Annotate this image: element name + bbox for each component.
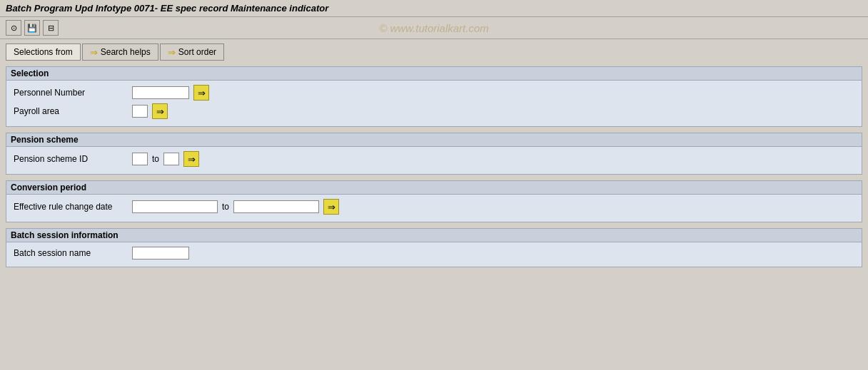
- tab-sort-order-label: Sort order: [178, 47, 216, 57]
- effective-date-label: Effective rule change date: [14, 202, 128, 212]
- payroll-area-input[interactable]: [132, 105, 148, 118]
- title-bar: Batch Program Upd Infotype 0071- EE spec…: [0, 0, 868, 17]
- section-pension-body: Pension scheme ID to ⇒: [6, 147, 862, 174]
- conversion-to-label: to: [222, 202, 229, 212]
- section-selection: Selection Personnel Number ⇒ Payroll are…: [6, 66, 862, 127]
- section-batch: Batch session information Batch session …: [6, 228, 862, 267]
- main-content: Selection Personnel Number ⇒ Payroll are…: [0, 61, 868, 279]
- field-row-pension-id: Pension scheme ID to ⇒: [14, 151, 854, 167]
- personnel-number-input[interactable]: [132, 86, 189, 99]
- batch-name-label: Batch session name: [14, 248, 128, 258]
- field-row-effective-date: Effective rule change date to ⇒: [14, 199, 854, 215]
- personnel-number-label: Personnel Number: [14, 88, 128, 98]
- tab-search-helps-label: Search helps: [101, 47, 151, 57]
- tab-search-helps[interactable]: ⇒ Search helps: [82, 43, 158, 61]
- conversion-match-btn[interactable]: ⇒: [323, 199, 339, 215]
- section-batch-header: Batch session information: [6, 229, 862, 242]
- batch-name-input[interactable]: [132, 247, 189, 259]
- toolbar-btn-1[interactable]: ⊙: [6, 20, 21, 36]
- payroll-area-match-btn[interactable]: ⇒: [152, 103, 168, 119]
- section-batch-body: Batch session name: [6, 242, 862, 267]
- tab-bar: Selections from ⇒ Search helps ⇒ Sort or…: [0, 39, 868, 61]
- watermark: © www.tutorialkart.com: [379, 22, 489, 34]
- tab-selections-from[interactable]: Selections from: [6, 43, 81, 61]
- section-pension: Pension scheme Pension scheme ID to ⇒: [6, 133, 862, 175]
- search-helps-arrow-icon: ⇒: [90, 47, 98, 58]
- pension-id-to-input[interactable]: [163, 153, 179, 165]
- toolbar-btn-2[interactable]: 💾: [24, 20, 40, 36]
- section-selection-header: Selection: [6, 67, 862, 81]
- field-row-personnel: Personnel Number ⇒: [14, 85, 854, 101]
- personnel-number-match-btn[interactable]: ⇒: [193, 85, 209, 101]
- effective-date-from-input[interactable]: [132, 200, 218, 213]
- payroll-area-label: Payroll area: [14, 106, 128, 116]
- pension-to-label: to: [152, 154, 159, 164]
- pension-id-label: Pension scheme ID: [14, 154, 128, 164]
- section-selection-body: Personnel Number ⇒ Payroll area ⇒: [6, 81, 862, 126]
- tab-sort-order[interactable]: ⇒ Sort order: [160, 43, 224, 61]
- section-conversion-body: Effective rule change date to ⇒: [6, 195, 862, 222]
- sort-order-arrow-icon: ⇒: [168, 47, 176, 58]
- field-row-batch-name: Batch session name: [14, 247, 854, 259]
- section-conversion-header: Conversion period: [6, 181, 862, 195]
- section-pension-header: Pension scheme: [6, 133, 862, 147]
- page-title: Batch Program Upd Infotype 0071- EE spec…: [6, 3, 328, 14]
- field-row-payroll: Payroll area ⇒: [14, 103, 854, 119]
- toolbar: ⊙ 💾 ⊟ © www.tutorialkart.com: [0, 17, 868, 39]
- effective-date-to-input[interactable]: [233, 200, 319, 213]
- section-conversion: Conversion period Effective rule change …: [6, 180, 862, 222]
- pension-id-from-input[interactable]: [132, 153, 148, 165]
- pension-match-btn[interactable]: ⇒: [183, 151, 199, 167]
- toolbar-btn-3[interactable]: ⊟: [43, 20, 59, 36]
- tab-selections-from-label: Selections from: [14, 47, 73, 57]
